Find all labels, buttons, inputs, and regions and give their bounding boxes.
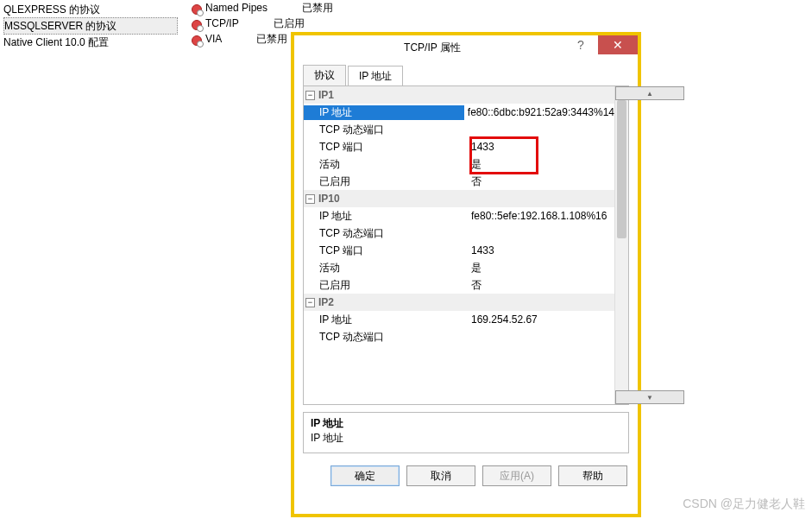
prop-row-ip1-tcpport[interactable]: TCP 端口 1433 [304,138,614,155]
cancel-button[interactable]: 取消 [406,465,475,486]
prop-row-ip10-dynamicport[interactable]: TCP 动态端口 [304,225,614,242]
ok-button[interactable]: 确定 [330,465,400,486]
group-header-ip2[interactable]: − IP2 [304,294,614,311]
nav-tree: QLEXPRESS 的协议 MSSQLSERVER 的协议 Native Cli… [0,0,181,52]
description-title: IP 地址 [311,416,621,431]
scrollbar[interactable]: ▲ ▼ [614,86,628,404]
prop-row-ip1-ipaddress[interactable]: IP 地址 fe80::6dbc:b921:52a9:3443%14 [304,104,614,121]
tab-ip-address[interactable]: IP 地址 [348,66,403,86]
protocol-state: 已禁用 [256,31,287,47]
protocol-state: 已启用 [274,16,305,31]
prop-value[interactable]: 否 [468,174,614,189]
prop-label: 已启用 [304,278,468,293]
tabs: 协议 IP 地址 [294,60,638,85]
prop-label: TCP 动态端口 [304,330,468,345]
prop-label: IP 地址 [304,105,464,120]
group-header-ip10[interactable]: − IP10 [304,190,614,207]
prop-row-ip10-tcpport[interactable]: TCP 端口 1433 [304,242,614,259]
group-name: IP2 [318,296,334,308]
tree-item-mssqlserver[interactable]: MSSQLSERVER 的协议 [3,17,178,35]
scroll-up-button[interactable]: ▲ [615,86,684,100]
group-name: IP1 [318,89,334,101]
prop-value[interactable]: fe80::6dbc:b921:52a9:3443%14 [464,106,614,118]
prop-label: 已启用 [304,174,468,189]
prop-label: IP 地址 [304,209,468,224]
prop-label: TCP 动态端口 [304,123,468,137]
titlebar[interactable]: TCP/IP 属性 ? ✕ [294,35,638,60]
scroll-thumb[interactable] [617,100,626,238]
prop-value[interactable]: 是 [468,157,614,172]
prop-row-ip1-active[interactable]: 活动 是 [304,155,614,173]
protocol-name: TCP/IP [205,17,239,29]
prop-value[interactable]: 1433 [468,141,614,153]
prop-value[interactable]: 1433 [468,244,614,256]
prop-row-ip2-dynamicport[interactable]: TCP 动态端口 [304,328,614,345]
collapse-icon[interactable]: − [305,194,315,204]
protocol-icon [190,18,202,30]
prop-row-ip10-active[interactable]: 活动 是 [304,259,614,276]
prop-value[interactable]: 169.254.52.67 [468,313,614,326]
help-button[interactable]: 帮助 [558,465,627,486]
protocol-icon [190,34,202,46]
group-name: IP10 [318,193,340,205]
group-header-ip1[interactable]: − IP1 [304,86,614,104]
prop-row-ip10-ipaddress[interactable]: IP 地址 fe80::5efe:192.168.1.108%16 [304,207,614,225]
prop-label: TCP 端口 [304,140,468,155]
close-icon: ✕ [613,38,623,52]
prop-label: TCP 动态端口 [304,226,468,241]
tree-item-native-client[interactable]: Native Client 10.0 配置 [3,35,178,50]
collapse-icon[interactable]: − [305,298,315,307]
prop-row-ip1-enabled[interactable]: 已启用 否 [304,173,614,190]
protocol-state: 已禁用 [302,0,333,16]
watermark: CSDN @足力健老人鞋 [683,497,805,512]
prop-row-ip1-dynamicport[interactable]: TCP 动态端口 [304,121,614,138]
protocol-name: Named Pipes [205,2,268,14]
property-grid-viewport: − IP1 IP 地址 fe80::6dbc:b921:52a9:3443%14… [304,86,614,404]
prop-label: 活动 [304,157,468,172]
description-panel: IP 地址 IP 地址 [303,412,629,453]
prop-label: 活动 [304,261,468,275]
protocol-name: VIA [205,33,222,45]
prop-row-ip10-enabled[interactable]: 已启用 否 [304,276,614,294]
prop-value[interactable]: 否 [468,278,614,293]
apply-button[interactable]: 应用(A) [482,465,551,486]
prop-value[interactable]: fe80::5efe:192.168.1.108%16 [468,210,614,222]
dialog-buttons: 确定 取消 应用(A) 帮助 [294,453,638,486]
property-grid: − IP1 IP 地址 fe80::6dbc:b921:52a9:3443%14… [303,85,629,405]
description-text: IP 地址 [311,431,621,446]
dialog-title: TCP/IP 属性 [301,41,563,55]
tree-item-sqlexpress[interactable]: QLEXPRESS 的协议 [3,2,178,17]
prop-label: TCP 端口 [304,244,468,258]
protocol-row-named-pipes[interactable]: Named Pipes 已禁用 [190,0,362,16]
protocol-row-tcpip[interactable]: TCP/IP 已启用 [190,16,362,31]
scroll-down-button[interactable]: ▼ [615,390,684,404]
prop-value[interactable]: 是 [468,261,614,275]
help-button[interactable]: ? [563,35,598,54]
close-button[interactable]: ✕ [598,35,638,54]
tcpip-properties-dialog: TCP/IP 属性 ? ✕ 协议 IP 地址 − IP1 IP 地址 fe80:… [293,35,639,515]
prop-row-ip2-ipaddress[interactable]: IP 地址 169.254.52.67 [304,311,614,328]
collapse-icon[interactable]: − [305,91,315,100]
prop-label: IP 地址 [304,313,468,327]
protocol-icon [190,3,202,15]
tab-protocol[interactable]: 协议 [303,65,346,85]
